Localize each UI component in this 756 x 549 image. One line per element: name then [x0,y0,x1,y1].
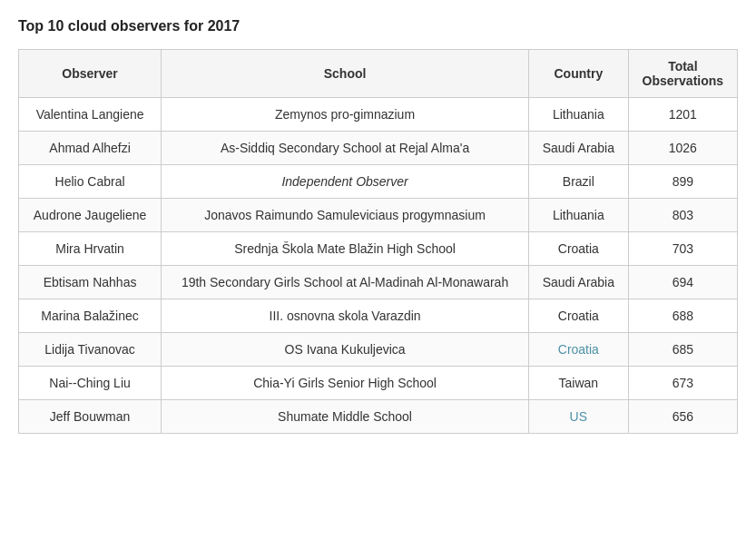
school-cell: 19th Secondary Girls School at Al-Madina… [162,266,529,299]
school-cell: OS Ivana Kukuljevica [162,333,529,367]
country-cell: Taiwan [528,367,628,400]
school-cell: Srednja Škola Mate Blažin High School [162,232,529,266]
total-cell: 685 [628,333,737,367]
country-cell: Brazil [528,165,628,199]
school-cell: As-Siddiq Secondary School at Rejal Alma… [162,132,529,165]
table-row: Jeff BouwmanShumate Middle SchoolUS656 [19,400,738,434]
table-row: Helio CabralIndependent ObserverBrazil89… [19,165,738,199]
observer-cell: Lidija Tivanovac [19,333,162,367]
table-row: Nai--Ching LiuChia-Yi Girls Senior High … [19,367,738,400]
col-header-country: Country [528,50,628,98]
col-header-school: School [162,50,529,98]
school-cell: Jonavos Raimundo Samuleviciaus progymnas… [162,199,529,232]
country-cell: Saudi Arabia [528,266,628,299]
total-cell: 688 [628,299,737,333]
school-cell: Independent Observer [162,165,529,199]
observer-cell: Ahmad Alhefzi [19,132,162,165]
observer-cell: Helio Cabral [19,165,162,199]
table-row: Lidija TivanovacOS Ivana KukuljevicaCroa… [19,333,738,367]
total-cell: 1026 [628,132,737,165]
total-cell: 673 [628,367,737,400]
observer-cell: Jeff Bouwman [19,400,162,434]
country-cell[interactable]: US [528,400,628,434]
table-row: Marina BalažinecIII. osnovna skola Varaz… [19,299,738,333]
observers-table: Observer School Country TotalObservation… [18,49,738,434]
total-cell: 803 [628,199,737,232]
table-row: Ebtisam Nahhas19th Secondary Girls Schoo… [19,266,738,299]
country-cell: Lithuania [528,98,628,132]
col-header-total: TotalObservations [628,50,737,98]
observer-cell: Ebtisam Nahhas [19,266,162,299]
col-header-observer: Observer [19,50,162,98]
total-cell: 656 [628,400,737,434]
observer-cell: Valentina Langiene [19,98,162,132]
table-header-row: Observer School Country TotalObservation… [19,50,738,98]
school-cell: Zemynos pro-gimnazium [162,98,529,132]
observer-cell: Mira Hrvatin [19,232,162,266]
page-title: Top 10 cloud observers for 2017 [18,18,738,34]
observer-cell: Marina Balažinec [19,299,162,333]
country-cell: Croatia [528,232,628,266]
table-row: Ahmad AlhefziAs-Siddiq Secondary School … [19,132,738,165]
observer-cell: Audrone Jaugeliene [19,199,162,232]
table-row: Audrone JaugelieneJonavos Raimundo Samul… [19,199,738,232]
school-cell: Chia-Yi Girls Senior High School [162,367,529,400]
table-row: Valentina LangieneZemynos pro-gimnaziumL… [19,98,738,132]
school-cell: Shumate Middle School [162,400,529,434]
total-cell: 694 [628,266,737,299]
school-cell: III. osnovna skola Varazdin [162,299,529,333]
country-cell: Croatia [528,299,628,333]
country-cell[interactable]: Croatia [528,333,628,367]
total-cell: 1201 [628,98,737,132]
total-cell: 899 [628,165,737,199]
country-cell: Lithuania [528,199,628,232]
observer-cell: Nai--Ching Liu [19,367,162,400]
country-cell: Saudi Arabia [528,132,628,165]
table-row: Mira HrvatinSrednja Škola Mate Blažin Hi… [19,232,738,266]
total-cell: 703 [628,232,737,266]
